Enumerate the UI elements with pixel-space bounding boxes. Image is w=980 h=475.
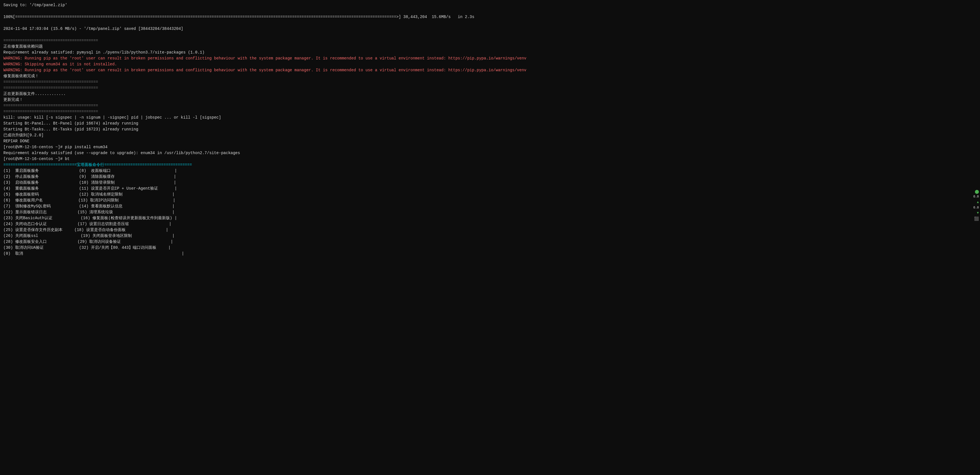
- terminal-line: (3) 启动面板服务 (10) 清除登录限制 |: [3, 180, 977, 186]
- arrow-down-icon: ▼: [973, 210, 980, 215]
- terminal-line: (25) 设置是否保存文件历史副本 (18) 设置是否自动备份面板 |: [3, 227, 977, 233]
- terminal-line: ========================================: [3, 85, 977, 91]
- arrow-up-icon: ▲: [973, 200, 980, 205]
- terminal-line: Starting Bt-Panel... Bt-Panel (pid 16674…: [3, 121, 977, 126]
- terminal-line: (23) 关闭BasicAuth认证 (16) 修复面板(检查错误并更新面板文件…: [3, 215, 977, 221]
- terminal-line: Requirement already satisfied (use --upg…: [3, 150, 977, 156]
- terminal-line: (5) 修改面板密码 (12) 取消域名绑定限制 |: [3, 191, 977, 198]
- terminal-line: Requirement already satisfied: pymysql i…: [3, 49, 977, 56]
- terminal-line: 正在更新面板文件.............: [3, 91, 977, 97]
- terminal-line: 已成功升级到[9.2.0]: [3, 132, 977, 138]
- terminal-line: WARNING: Running pip as the 'root' user …: [3, 67, 977, 73]
- side-panel: 0.0 ▲ 0.0 ▼ ⬛: [973, 190, 980, 222]
- terminal-line: (30) 取消访问UA验证 (32) 开启/关闭【80、443】端口访问面板 |: [3, 245, 977, 251]
- terminal-line: (1) 重启面板服务 (8) 改面板端口 |: [3, 168, 977, 174]
- terminal-line: (26) 关闭面板ssl (19) 关闭面板登录地区限制 |: [3, 233, 977, 239]
- terminal-line: 2024-11-04 17:03:04 (15.6 MB/s) - '/tmp/…: [3, 26, 977, 32]
- terminal-window: Saving to: '/tmp/panel.zip' 100%[=======…: [0, 0, 980, 475]
- terminal-line: REPIAR DONE: [3, 138, 977, 144]
- terminal-line: ===============================宝塔面板命令行==…: [3, 162, 977, 168]
- green-indicator: [975, 190, 979, 194]
- terminal-line: 正在修复面板依赖问题: [3, 44, 977, 49]
- terminal-line: [root@VM-12-16-centos ~]# pip install en…: [3, 144, 977, 150]
- terminal-line: (7) 强制修改MySQL密码 (14) 查看面板默认信息 |: [3, 203, 977, 209]
- terminal-line: kill: usage: kill [-s sigspec | -n signu…: [3, 115, 977, 121]
- terminal-line: (28) 修改面板安全入口 (29) 取消访问设备验证 |: [3, 239, 977, 245]
- terminal-line: (24) 关闭动态口令认证 (17) 设置日志切割是否压缩 |: [3, 221, 977, 227]
- terminal-line: 更新完成！: [3, 97, 977, 103]
- terminal-content: Saving to: '/tmp/panel.zip' 100%[=======…: [3, 2, 977, 257]
- terminal-line: ========================================: [3, 109, 977, 115]
- terminal-line: (6) 修改面板用户名 (13) 取消IP访问限制 |: [3, 198, 977, 203]
- terminal-line: ========================================: [3, 38, 977, 44]
- terminal-line: ========================================: [3, 79, 977, 85]
- terminal-line: 100%[===================================…: [3, 14, 977, 20]
- terminal-line: [3, 8, 977, 14]
- terminal-line: (0) 取消 |: [3, 251, 977, 257]
- terminal-line: 修复面板依赖完成！: [3, 73, 977, 79]
- terminal-line: Starting Bt-Tasks... Bt-Tasks (pid 16723…: [3, 126, 977, 132]
- expand-icon[interactable]: ⬛: [973, 216, 980, 222]
- terminal-line: [3, 20, 977, 26]
- terminal-line: WARNING: Skipping enum34 as it is not in…: [3, 61, 977, 67]
- terminal-line: Saving to: '/tmp/panel.zip': [3, 2, 977, 8]
- terminal-line: [root@VM-12-16-centos ~]# bt: [3, 156, 977, 162]
- terminal-line: (2) 停止面板服务 (9) 清除面板缓存 |: [3, 174, 977, 180]
- side-value-2: 0.0: [973, 206, 980, 210]
- terminal-line: WARNING: Running pip as the 'root' user …: [3, 56, 977, 61]
- terminal-line: [3, 32, 977, 38]
- terminal-line: ========================================: [3, 103, 977, 109]
- terminal-line: (4) 重载面板服务 (11) 设置是否开启IP + User-Agent验证 …: [3, 186, 977, 191]
- terminal-line: (22) 显示面板错误日志 (15) 清理系统垃圾 |: [3, 209, 977, 215]
- side-value-1: 0.0: [973, 194, 980, 199]
